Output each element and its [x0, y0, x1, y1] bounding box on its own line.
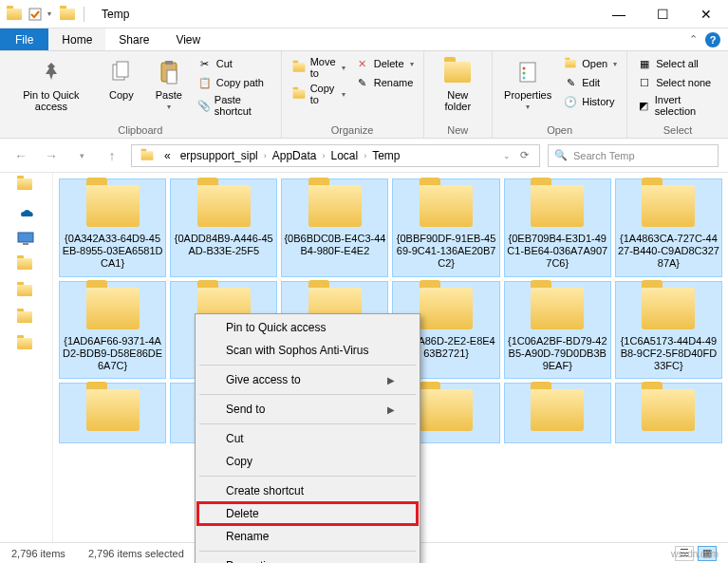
- group-label: Open: [500, 122, 619, 136]
- new-folder-button[interactable]: New folder: [432, 55, 485, 114]
- up-button[interactable]: ↑: [101, 144, 123, 167]
- address-bar[interactable]: « erpsupport_sipl› AppData› Local› Temp …: [131, 144, 540, 167]
- ctx-give-access[interactable]: Give access to▶: [197, 368, 418, 391]
- maximize-button[interactable]: ☐: [641, 0, 684, 28]
- ctx-delete[interactable]: Delete: [197, 502, 418, 525]
- delete-button[interactable]: ✕Delete▾: [353, 55, 416, 72]
- folder-item[interactable]: [504, 383, 611, 443]
- ctx-send-to[interactable]: Send to▶: [197, 398, 418, 421]
- copy-to-button[interactable]: Copy to▾: [289, 82, 347, 106]
- svg-rect-10: [18, 233, 33, 242]
- close-button[interactable]: ✕: [684, 0, 728, 28]
- folder-name: {0B6BDC0B-E4C3-44B4-980F-E4E2: [284, 233, 385, 257]
- tab-view[interactable]: View: [162, 28, 214, 50]
- ribbon-group-organize: Move to▾ Copy to▾ ✕Delete▾ ✎Rename Organ…: [282, 51, 424, 138]
- address-dropdown-icon[interactable]: ⌄: [503, 151, 511, 160]
- folder-item[interactable]: {0A342A33-64D9-45EB-8955-03EA6581DCA1}: [59, 178, 166, 277]
- ctx-cut[interactable]: Cut: [197, 427, 418, 450]
- tab-share[interactable]: Share: [105, 28, 162, 50]
- ctx-pin[interactable]: Pin to Quick access: [197, 316, 418, 339]
- tab-file[interactable]: File: [0, 28, 48, 50]
- breadcrumb-item[interactable]: Local: [327, 149, 362, 162]
- folder-icon: [59, 6, 76, 23]
- minimize-button[interactable]: —: [597, 0, 641, 28]
- open-button[interactable]: Open▾: [561, 55, 619, 72]
- invert-selection-button[interactable]: ◩Invert selection: [635, 93, 720, 118]
- folder-icon: [531, 288, 584, 329]
- select-all-button[interactable]: ▦Select all: [635, 55, 720, 72]
- svg-rect-0: [29, 9, 41, 20]
- help-icon[interactable]: ?: [705, 32, 720, 47]
- back-button[interactable]: ←: [9, 144, 32, 167]
- breadcrumb-item[interactable]: Temp: [368, 149, 403, 162]
- ctx-copy[interactable]: Copy: [197, 450, 418, 473]
- folder-icon: [642, 185, 695, 227]
- paste-icon: [154, 57, 184, 87]
- this-pc-icon[interactable]: [17, 232, 36, 247]
- folder-icon: [420, 389, 473, 431]
- folder-name: {1AD6AF66-9371-4AD2-BDB9-D58E86DE6A7C}: [62, 335, 163, 373]
- group-label: Select: [635, 122, 720, 136]
- history-button[interactable]: 🕑History: [561, 93, 619, 110]
- paste-shortcut-button[interactable]: 📎Paste shortcut: [196, 93, 273, 118]
- breadcrumb-prefix[interactable]: «: [160, 149, 175, 162]
- tab-home[interactable]: Home: [48, 28, 105, 50]
- ctx-properties[interactable]: Properties: [197, 554, 418, 563]
- folder-icon: [531, 389, 584, 431]
- copy-button[interactable]: Copy: [101, 55, 142, 103]
- folder-item[interactable]: {1C6A5173-44D4-49B8-9CF2-5F8D40FD33FC}: [615, 281, 722, 380]
- folder-icon: [442, 57, 473, 87]
- folder-icon: [6, 6, 23, 23]
- onedrive-icon[interactable]: [17, 205, 36, 220]
- breadcrumb-item[interactable]: erpsupport_sipl: [177, 149, 262, 162]
- shortcut-icon: 📎: [197, 98, 211, 113]
- search-box[interactable]: 🔍 Search Temp: [548, 144, 719, 167]
- collapse-ribbon-icon[interactable]: ⌃: [689, 33, 698, 46]
- copy-path-icon: 📋: [197, 75, 213, 90]
- rename-button[interactable]: ✎Rename: [353, 74, 416, 91]
- qat-dropdown-icon[interactable]: ▾: [47, 9, 51, 18]
- svg-point-7: [523, 67, 526, 70]
- folder-item[interactable]: {1AD6AF66-9371-4AD2-BDB9-D58E86DE6A7C}: [59, 281, 166, 380]
- ctx-sophos[interactable]: Scan with Sophos Anti-Virus: [197, 339, 418, 362]
- cut-button[interactable]: ✂Cut: [196, 55, 273, 72]
- folder-item[interactable]: {0ADD84B9-A446-45AD-B33E-25F5: [170, 178, 277, 277]
- folder-item[interactable]: [615, 383, 722, 443]
- move-to-button[interactable]: Move to▾: [289, 55, 347, 80]
- checkbox-icon[interactable]: [27, 6, 44, 23]
- select-none-button[interactable]: ☐Select none: [635, 74, 720, 91]
- pin-quick-access-button[interactable]: Pin to Quick access: [8, 55, 95, 114]
- forward-button[interactable]: →: [40, 144, 63, 167]
- group-label: Clipboard: [8, 122, 273, 136]
- copy-path-button[interactable]: 📋Copy path: [196, 74, 273, 91]
- folder-icon: [563, 56, 578, 71]
- folder-icon: [642, 389, 695, 431]
- folder-icon: [420, 185, 473, 227]
- tree-item[interactable]: [17, 338, 36, 353]
- folder-item[interactable]: {1A4863CA-727C-4427-B440-C9AD8C32787A}: [615, 178, 722, 277]
- nav-tree[interactable]: [0, 173, 53, 542]
- folder-item[interactable]: {0EB709B4-E3D1-49C1-BE64-036A7A9077C6}: [504, 178, 611, 277]
- properties-button[interactable]: Properties▾: [500, 55, 555, 113]
- folder-item[interactable]: [59, 383, 166, 443]
- item-count: 2,796 items: [11, 548, 65, 559]
- folder-name: {0A342A33-64D9-45EB-8955-03EA6581DCA1}: [62, 233, 163, 271]
- ctx-create-shortcut[interactable]: Create shortcut: [197, 479, 418, 502]
- svg-rect-4: [165, 61, 173, 65]
- folder-icon: [420, 288, 473, 329]
- folder-item[interactable]: {0B6BDC0B-E4C3-44B4-980F-E4E2: [281, 178, 388, 277]
- folder-item[interactable]: {0BBF90DF-91EB-4569-9C41-136AE20B7C2}: [392, 178, 499, 277]
- tree-item[interactable]: [17, 258, 36, 273]
- edit-icon: ✎: [563, 75, 578, 90]
- ctx-rename[interactable]: Rename: [197, 525, 418, 548]
- tree-item[interactable]: [17, 285, 36, 300]
- edit-button[interactable]: ✎Edit: [561, 74, 619, 91]
- paste-button[interactable]: Paste▾: [148, 55, 190, 113]
- folder-item[interactable]: {1C06A2BF-BD79-42B5-A90D-79D0DB3B9EAF}: [504, 281, 611, 380]
- recent-dropdown[interactable]: ▾: [70, 144, 93, 167]
- breadcrumb-item[interactable]: AppData: [269, 149, 321, 162]
- tree-item[interactable]: [17, 178, 36, 194]
- refresh-icon[interactable]: ⟳: [513, 149, 535, 161]
- tree-item[interactable]: [17, 311, 36, 327]
- folder-icon: [141, 151, 154, 160]
